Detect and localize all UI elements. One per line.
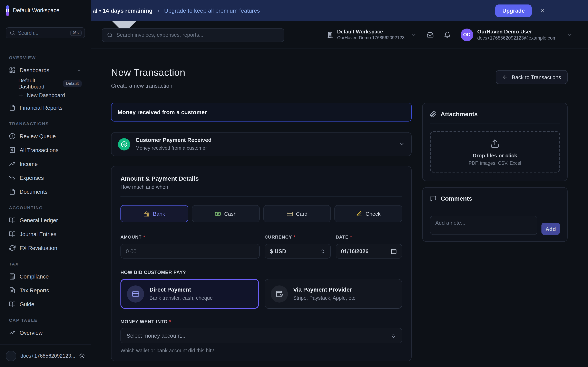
money-account-select[interactable]: Select money account... xyxy=(121,328,402,343)
sidebar-item-financial-reports[interactable]: Financial Reports xyxy=(5,101,86,114)
workspace-switcher[interactable]: D Default Workspace xyxy=(0,0,91,21)
page-subtitle: Create a new transaction xyxy=(111,83,185,89)
chevrons-up-down-icon xyxy=(391,333,396,338)
document-icon xyxy=(9,287,16,294)
sidebar-search-area: ⌘K xyxy=(0,21,91,46)
arrow-left-icon xyxy=(502,74,508,80)
required-asterisk: * xyxy=(350,234,352,239)
sidebar-search-input[interactable] xyxy=(18,30,67,36)
comment-input[interactable] xyxy=(430,216,537,235)
currency-value: $ USD xyxy=(270,248,317,254)
sidebar-item-compliance[interactable]: Compliance xyxy=(5,270,86,283)
header-workspace-name: Default Workspace xyxy=(337,29,405,35)
alert-circle-icon xyxy=(9,133,16,140)
pay-option-direct-payment[interactable]: Direct Payment Bank transfer, cash, cheq… xyxy=(121,279,259,309)
sidebar-item-label: Tax Reports xyxy=(20,287,49,293)
attachments-title: Attachments xyxy=(441,110,478,117)
arrow-down-circle-icon xyxy=(121,141,127,147)
sidebar-search-box[interactable]: ⌘K xyxy=(6,27,85,38)
close-icon[interactable] xyxy=(539,8,545,14)
back-to-transactions-button[interactable]: Back to Transactions xyxy=(496,70,568,84)
global-search-box[interactable] xyxy=(102,28,284,42)
sidebar-item-expenses[interactable]: Expenses xyxy=(5,172,86,184)
divider xyxy=(430,208,560,208)
amount-input[interactable] xyxy=(126,248,254,254)
user-menu[interactable]: OD OurHaven Demo User docs+1768562092123… xyxy=(461,28,572,42)
attachments-panel: Attachments Drop files or click PDF, ima… xyxy=(422,103,568,181)
sidebar-item-label: Journal Entries xyxy=(20,231,56,237)
sidebar-item-default-dashboard[interactable]: Default Dashboard Default xyxy=(5,78,86,89)
sidebar-item-general-ledger[interactable]: General Ledger xyxy=(5,214,86,226)
sidebar-item-label: Default Dashboard xyxy=(18,77,60,90)
sidebar-item-new-dashboard[interactable]: New Dashboard xyxy=(5,90,86,101)
sidebar-item-label: Expenses xyxy=(20,175,44,181)
top-header: Default Workspace OurHaven Demo 17685620… xyxy=(91,21,588,49)
sidebar-item-journal-entries[interactable]: Journal Entries xyxy=(5,228,86,240)
sidebar-item-review-queue[interactable]: Review Queue xyxy=(5,130,86,142)
header-workspace-menu[interactable]: Default Workspace OurHaven Demo 17685620… xyxy=(327,29,416,41)
sidebar-item-tax-reports[interactable]: Tax Reports xyxy=(5,284,86,296)
inbox-icon[interactable] xyxy=(427,31,434,38)
method-label: Bank xyxy=(153,211,165,217)
dropzone-subtitle: PDF, images, CSV, Excel xyxy=(468,160,521,165)
bank-emoji-icon xyxy=(144,211,150,217)
search-icon xyxy=(10,30,15,35)
category-title: Customer Payment Received xyxy=(136,137,212,144)
file-dropzone[interactable]: Drop files or click PDF, images, CSV, Ex… xyxy=(430,131,560,173)
section-label-tax: TAX xyxy=(9,261,82,266)
refresh-icon xyxy=(9,245,16,251)
theme-toggle-sun-icon[interactable] xyxy=(79,353,85,359)
pay-option-payment-provider[interactable]: Via Payment Provider Stripe, Paystack, A… xyxy=(265,279,402,309)
sidebar-item-cap-overview[interactable]: Overview xyxy=(5,327,86,339)
transaction-type-input[interactable] xyxy=(111,103,412,122)
global-search-input[interactable] xyxy=(116,32,279,38)
sidebar-item-dashboards[interactable]: Dashboards xyxy=(5,64,86,76)
chevron-down-icon xyxy=(567,32,572,38)
upgrade-button[interactable]: Upgrade xyxy=(495,4,532,17)
sidebar-item-label: Guide xyxy=(20,301,34,307)
upgrade-link[interactable]: Upgrade to keep all premium features xyxy=(164,7,260,14)
chevron-down-icon xyxy=(411,32,416,38)
payment-method-cash[interactable]: Cash xyxy=(192,205,260,222)
currency-select[interactable]: $ USD xyxy=(265,244,331,259)
sidebar-item-fx-revaluation[interactable]: FX Revaluation xyxy=(5,242,86,254)
money-into-helper: Which wallet or bank account did this hi… xyxy=(121,348,402,354)
workspace-name: Default Workspace xyxy=(13,7,60,13)
calendar-icon xyxy=(391,248,397,254)
required-asterisk: * xyxy=(143,234,145,239)
chevron-down-icon xyxy=(398,141,405,147)
sidebar-item-all-transactions[interactable]: All Transactions xyxy=(5,144,86,156)
receipt-icon xyxy=(9,147,16,153)
payment-method-check[interactable]: Check xyxy=(335,205,402,222)
trending-down-icon xyxy=(9,175,16,181)
sidebar-item-income[interactable]: Income xyxy=(5,158,86,170)
header-workspace-org: OurHaven Demo 1768562092123 xyxy=(337,35,405,41)
book-icon xyxy=(9,217,16,224)
pay-option-icon-disc xyxy=(271,285,288,302)
sidebar-item-label: FX Revaluation xyxy=(20,245,57,251)
sidebar-item-label: All Transactions xyxy=(20,147,59,153)
building-icon xyxy=(327,31,333,38)
required-asterisk: * xyxy=(169,319,171,324)
sidebar-item-label: General Ledger xyxy=(20,217,58,223)
date-field[interactable]: 01/16/2026 xyxy=(336,244,402,259)
sidebar-item-label: Income xyxy=(20,161,38,167)
category-selector[interactable]: Customer Payment Received Money received… xyxy=(111,132,412,156)
bell-icon[interactable] xyxy=(444,31,451,38)
section-label-cap-table: CAP TABLE xyxy=(9,318,82,323)
payment-method-card[interactable]: Card xyxy=(263,205,331,222)
user-avatar: OD xyxy=(461,29,473,41)
currency-label: CURRENCY xyxy=(265,234,292,239)
add-comment-button[interactable]: Add xyxy=(541,223,560,235)
wallet-icon xyxy=(276,290,283,298)
date-label: DATE xyxy=(336,234,348,239)
pay-option-subtitle: Bank transfer, cash, cheque xyxy=(149,295,213,302)
divider xyxy=(430,124,560,124)
pay-option-subtitle: Stripe, Paystack, Apple, etc. xyxy=(293,295,357,302)
sidebar-item-documents[interactable]: Documents xyxy=(5,185,86,198)
pay-option-icon-disc xyxy=(127,285,144,302)
sidebar-item-guide[interactable]: Guide xyxy=(5,298,86,310)
check-emoji-icon xyxy=(356,211,362,217)
payment-method-bank[interactable]: Bank xyxy=(121,205,188,222)
divider xyxy=(121,196,402,197)
